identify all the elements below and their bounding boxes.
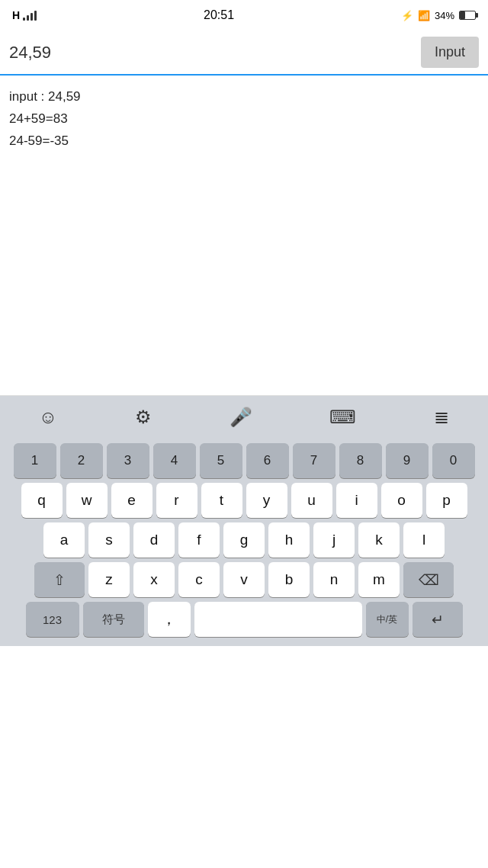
key-e[interactable]: e — [111, 483, 152, 518]
battery-percent: 34% — [435, 10, 454, 21]
key-row-zxcv: ⇧ z x c v b n m ⌫ — [3, 562, 485, 597]
keyboard-icon[interactable]: ⌨ — [329, 407, 356, 428]
key-o[interactable]: o — [381, 483, 422, 518]
key-y[interactable]: y — [246, 483, 287, 518]
signal-bars — [23, 10, 37, 21]
emoji-icon[interactable]: ☺ — [39, 407, 58, 428]
key-k[interactable]: k — [358, 522, 400, 558]
output-line-3: 24-59=-35 — [9, 130, 479, 153]
key-m[interactable]: m — [358, 562, 400, 597]
key-x[interactable]: x — [133, 562, 175, 597]
output-line-1: input : 24,59 — [9, 86, 479, 108]
key-h[interactable]: h — [268, 522, 310, 558]
keyboard-toolbar: ☺ ⚙ 🎤 ⌨ ≣ — [0, 396, 488, 439]
wifi-icon: 📶 — [418, 10, 430, 21]
microphone-icon[interactable]: 🎤 — [230, 407, 252, 428]
menu-icon[interactable]: ≣ — [434, 407, 449, 428]
key-row-qwerty: q w e r t y u i o p — [3, 483, 485, 518]
key-p[interactable]: p — [426, 483, 467, 518]
key-n[interactable]: n — [313, 562, 355, 597]
keyboard: 1 2 3 4 5 6 7 8 9 0 q w e r t y u i o p … — [0, 439, 488, 646]
key-0[interactable]: 0 — [432, 443, 475, 478]
status-right: ⚡ 📶 34% — [401, 10, 476, 21]
main-input[interactable] — [9, 43, 421, 63]
battery-icon — [459, 11, 476, 20]
key-i[interactable]: i — [336, 483, 377, 518]
key-3[interactable]: 3 — [107, 443, 149, 478]
key-123[interactable]: 123 — [26, 602, 79, 637]
key-f[interactable]: f — [178, 522, 220, 558]
key-5[interactable]: 5 — [200, 443, 242, 478]
key-row-asdf: a s d f g h j k l — [3, 522, 485, 558]
key-q[interactable]: q — [21, 483, 63, 518]
key-enter[interactable]: ↵ — [413, 602, 463, 637]
key-c[interactable]: c — [178, 562, 220, 597]
key-z[interactable]: z — [88, 562, 130, 597]
key-v[interactable]: v — [223, 562, 265, 597]
charging-icon: ⚡ — [401, 10, 413, 21]
status-signal: H — [12, 9, 37, 21]
key-9[interactable]: 9 — [386, 443, 429, 478]
input-area: Input — [0, 31, 488, 76]
key-language[interactable]: 中/英 — [366, 602, 409, 637]
key-a[interactable]: a — [43, 522, 85, 558]
key-space[interactable] — [194, 602, 362, 637]
key-t[interactable]: t — [201, 483, 242, 518]
key-6[interactable]: 6 — [246, 443, 289, 478]
key-row-numbers: 1 2 3 4 5 6 7 8 9 0 — [3, 443, 485, 478]
input-button[interactable]: Input — [421, 37, 479, 68]
key-row-bottom: 123 符号 ， 中/英 ↵ — [3, 602, 485, 637]
key-symbol[interactable]: 符号 — [83, 602, 144, 637]
key-4[interactable]: 4 — [153, 443, 196, 478]
key-j[interactable]: j — [313, 522, 355, 558]
key-8[interactable]: 8 — [339, 443, 382, 478]
key-backspace[interactable]: ⌫ — [403, 562, 454, 597]
output-area: input : 24,59 24+59=83 24-59=-35 — [0, 76, 488, 396]
key-2[interactable]: 2 — [60, 443, 103, 478]
key-s[interactable]: s — [88, 522, 130, 558]
output-line-2: 24+59=83 — [9, 108, 479, 130]
key-u[interactable]: u — [291, 483, 332, 518]
key-r[interactable]: r — [156, 483, 197, 518]
signal-text: H — [12, 9, 20, 21]
key-1[interactable]: 1 — [14, 443, 56, 478]
key-g[interactable]: g — [223, 522, 265, 558]
key-comma[interactable]: ， — [148, 602, 191, 637]
key-w[interactable]: w — [66, 483, 108, 518]
status-time: 20:51 — [204, 8, 234, 22]
key-7[interactable]: 7 — [293, 443, 336, 478]
key-l[interactable]: l — [403, 522, 445, 558]
settings-icon[interactable]: ⚙ — [135, 407, 152, 428]
key-d[interactable]: d — [133, 522, 175, 558]
key-shift[interactable]: ⇧ — [34, 562, 85, 597]
key-b[interactable]: b — [268, 562, 310, 597]
status-bar: H 20:51 ⚡ 📶 34% — [0, 0, 488, 31]
